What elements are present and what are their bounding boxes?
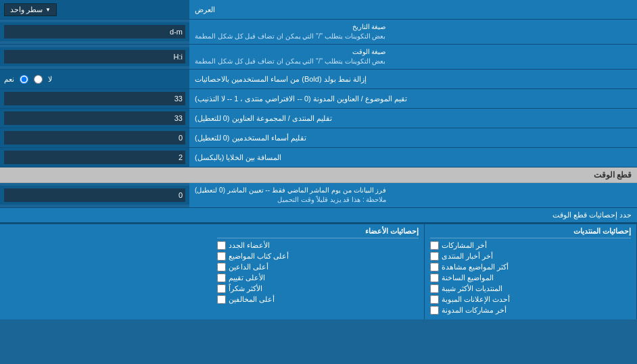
forum-order-title: تقليم المنتدى / المجموعة العناوين (0 للت… [195,114,332,123]
cutoff-main-label: فرز البيانات من يوم الماشر الماضي فقط --… [195,186,386,195]
bold-remove-row: إزالة نمط بولد (Bold) من اسماء المستخدمي… [0,70,637,89]
bold-remove-label: إزالة نمط بولد (Bold) من اسماء المستخدمي… [189,70,637,88]
bold-remove-input: لا نعم [0,70,189,88]
cb-top-violators-input[interactable] [217,295,226,304]
usernames-trim-field[interactable] [4,131,185,145]
cb-new-members: الأعضاء الجدد [217,241,418,250]
date-format-note: بعض التكوينات يتطلب "/" التي يمكن ان تضا… [195,32,385,41]
cutoff-row: فرز البيانات من يوم الماشر الماضي فقط --… [0,183,637,208]
date-format-input-container [0,22,189,41]
usernames-trim-row: تقليم أسماء المستخدمين (0 للتعطيل) [0,128,637,148]
chevron-down-icon: ▼ [45,7,51,13]
cell-spacing-title: المسافة بين الخلايا (بالبكسل) [195,153,282,162]
radio-no[interactable] [34,75,43,84]
cb-most-popular-input[interactable] [430,284,439,293]
radio-yes-label: نعم [4,75,14,84]
cb-top-topic-writers: أعلى كتاب المواضيع [217,252,418,261]
cb-top-rated-input[interactable] [217,274,226,282]
usernames-trim-title: تقليم أسماء المستخدمين (0 للتعطيل) [195,134,306,142]
cb-top-topic-writers-input[interactable] [217,252,226,261]
cutoff-label: فرز البيانات من يوم الماشر الماضي فقط --… [189,183,637,207]
limit-section: حدد إحصائيات قطع الوقت [0,208,637,223]
time-format-label: صيغة الوقت بعض التكوينات يتطلب "/" التي … [189,45,637,69]
cb-most-thanks: الأكثر شكراً [217,284,418,293]
member-stats-column: إحصائيات الأعضاء الأعضاء الجدد أعلى كتاب… [212,224,424,319]
cutoff-title-text: قطع الوقت [594,170,632,180]
topic-order-input-container [0,89,189,108]
cutoff-section-title: قطع الوقت [0,167,637,183]
time-format-input-container [0,47,189,66]
cb-most-thanks-input[interactable] [217,284,226,293]
usernames-trim-input-container [0,128,189,147]
cell-spacing-input-container [0,148,189,167]
time-format-title: صيغة الوقت [195,47,385,57]
checkboxes-section: إحصائيات المنتديات أخر المشاركات أخر أخب… [0,223,637,319]
cutoff-note: ملاحظة : هذا قد يزيد قليلاً وقت التحميل [195,195,386,205]
date-format-title: صيغة التاريخ [195,22,385,32]
display-dropdown[interactable]: ▼ سطر واحد [4,3,57,16]
cb-last-forum-news: أخر أخبار المنتدى [430,252,631,261]
bold-radio-group: لا نعم [4,75,52,84]
forum-order-row: تقليم المنتدى / المجموعة العناوين (0 للت… [0,109,637,128]
forum-stats-header: إحصائيات المنتديات [430,227,631,238]
cb-top-rated: الأعلى تقييم [217,274,418,282]
cb-most-viewed-input[interactable] [430,263,439,271]
limit-label-text: حدد إحصائيات قطع الوقت [552,211,632,219]
cb-last-posts: أخر المشاركات [430,241,631,250]
cb-last-blog-posts: أخر مشاركات المدونة [430,306,631,315]
time-format-field[interactable] [4,50,185,63]
forum-stats-column: إحصائيات المنتديات أخر المشاركات أخر أخب… [425,224,637,319]
cb-last-posts-input[interactable] [430,241,439,250]
forum-order-input-container [0,109,189,128]
cell-spacing-label: المسافة بين الخلايا (بالبكسل) [189,148,637,167]
header-title: العرض [195,5,215,14]
header-label: العرض [189,0,637,19]
radio-no-label: لا [48,75,52,84]
cb-latest-classifieds: أحدث الإعلانات المبوبة [430,295,631,304]
cb-top-inviters: أعلى الداعين [217,263,418,271]
main-container: العرض ▼ سطر واحد صيغة التاريخ بعض التكوي… [0,0,637,319]
time-format-row: صيغة الوقت بعض التكوينات يتطلب "/" التي … [0,45,637,70]
header-row: العرض ▼ سطر واحد [0,0,637,20]
empty-column [0,224,212,319]
member-stats-header: إحصائيات الأعضاء [217,227,418,238]
cb-new-members-input[interactable] [217,241,226,250]
cb-most-viewed: أكثر المواضيع مشاهدة [430,263,631,271]
cutoff-field[interactable] [4,188,185,202]
dropdown-label: سطر واحد [10,5,43,14]
cb-latest-classifieds-input[interactable] [430,295,439,304]
radio-yes[interactable] [20,75,28,84]
date-format-label: صيغة التاريخ بعض التكوينات يتطلب "/" الت… [189,20,637,44]
cb-hot-topics: المواضيع الساخنة [430,274,631,282]
forum-order-field[interactable] [4,111,185,125]
topic-order-title: تقيم الموضوع / العناوين المدونة (0 -- ال… [195,95,407,103]
topic-order-row: تقيم الموضوع / العناوين المدونة (0 -- ال… [0,89,637,109]
usernames-trim-label: تقليم أسماء المستخدمين (0 للتعطيل) [189,128,637,147]
header-input: ▼ سطر واحد [0,0,189,19]
cb-hot-topics-input[interactable] [430,274,439,282]
cb-most-popular: المنتديات الأكثر شيبة [430,284,631,293]
cb-top-inviters-input[interactable] [217,263,226,271]
date-format-field[interactable] [4,25,185,38]
forum-order-label: تقليم المنتدى / المجموعة العناوين (0 للت… [189,109,637,128]
cb-top-violators: أعلى المخالفين [217,295,418,304]
cb-last-blog-posts-input[interactable] [430,306,439,315]
cb-last-forum-news-input[interactable] [430,252,439,261]
time-format-note: بعض التكوينات يتطلب "/" التي يمكن ان تضا… [195,57,385,66]
date-format-row: صيغة التاريخ بعض التكوينات يتطلب "/" الت… [0,20,637,45]
cell-spacing-field[interactable] [4,151,185,164]
topic-order-field[interactable] [4,92,185,105]
bold-remove-title: إزالة نمط بولد (Bold) من اسماء المستخدمي… [195,75,367,84]
cutoff-input-container [0,186,189,205]
topic-order-label: تقيم الموضوع / العناوين المدونة (0 -- ال… [189,89,637,108]
cell-spacing-row: المسافة بين الخلايا (بالبكسل) [0,148,637,167]
